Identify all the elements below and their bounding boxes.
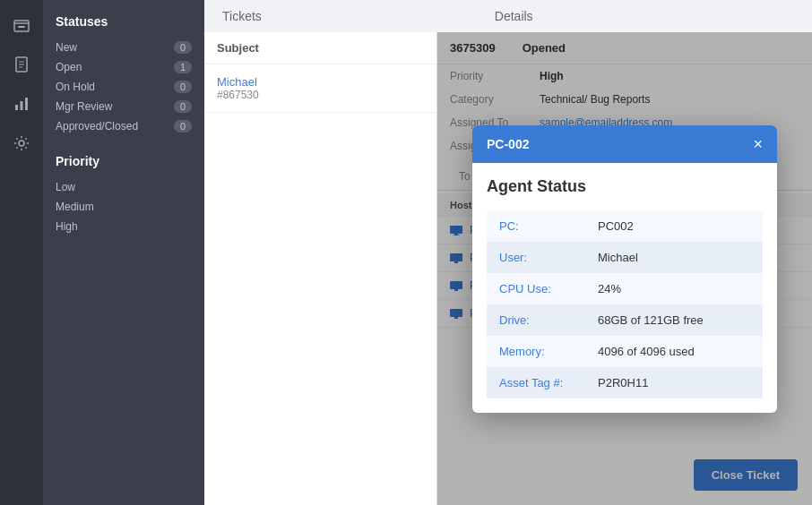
top-bar: Tickets Details bbox=[204, 0, 812, 32]
status-mgr-review-badge: 0 bbox=[174, 100, 192, 113]
agent-row-user: User: Michael bbox=[487, 242, 763, 273]
ticket-item[interactable]: Michael #867530 bbox=[204, 64, 436, 113]
status-new-label: New bbox=[56, 41, 77, 54]
priority-high-label: High bbox=[56, 220, 78, 233]
modal-title-id: PC-002 bbox=[487, 137, 529, 151]
status-mgr-review-label: Mgr Review bbox=[56, 100, 112, 113]
status-open-label: Open bbox=[56, 61, 82, 73]
priority-section: Priority Low Medium High bbox=[56, 154, 192, 236]
status-on-hold[interactable]: On Hold 0 bbox=[56, 77, 192, 97]
inbox-icon[interactable] bbox=[5, 9, 38, 41]
agent-row-memory: Memory: 4096 of 4096 used bbox=[487, 336, 763, 367]
agent-user-label: User: bbox=[487, 242, 585, 273]
agent-pc-label: PC: bbox=[487, 210, 585, 242]
details-panel: 3675309 Opened Priority High Category Te… bbox=[437, 32, 812, 505]
status-open[interactable]: Open 1 bbox=[56, 57, 192, 77]
svg-point-6 bbox=[19, 141, 24, 146]
agent-user-value: Michael bbox=[585, 242, 763, 273]
tickets-label: Tickets bbox=[222, 9, 262, 23]
chart-icon[interactable] bbox=[5, 88, 38, 120]
statuses-list: New 0 Open 1 On Hold 0 Mgr Review 0 Appr… bbox=[56, 38, 192, 136]
agent-cpu-value: 24% bbox=[585, 273, 763, 304]
modal-overlay: PC-002 × Agent Status PC: PC002 bbox=[437, 32, 812, 505]
main-content: Tickets Details Subject Michael #867530 … bbox=[204, 0, 812, 505]
agent-table: PC: PC002 User: Michael CPU Use: 24% bbox=[487, 210, 763, 398]
status-new[interactable]: New 0 bbox=[56, 38, 192, 57]
modal-header: PC-002 × bbox=[472, 125, 777, 163]
statuses-title: Statuses bbox=[56, 14, 192, 29]
agent-memory-label: Memory: bbox=[487, 336, 585, 367]
priority-title: Priority bbox=[56, 154, 192, 168]
tickets-header: Subject bbox=[204, 32, 436, 64]
priority-low[interactable]: Low bbox=[56, 177, 192, 197]
agent-drive-value: 68GB of 121GB free bbox=[585, 304, 763, 336]
priority-low-label: Low bbox=[56, 181, 75, 193]
agent-cpu-label: CPU Use: bbox=[487, 273, 585, 304]
tickets-panel: Subject Michael #867530 bbox=[204, 32, 437, 505]
svg-rect-1 bbox=[18, 26, 25, 28]
modal-close-button[interactable]: × bbox=[753, 136, 763, 152]
left-panel: Statuses New 0 Open 1 On Hold 0 Mgr Revi… bbox=[43, 0, 204, 505]
status-approved-closed[interactable]: Approved/Closed 0 bbox=[56, 116, 192, 136]
document-icon[interactable] bbox=[5, 48, 38, 81]
status-approved-closed-label: Approved/Closed bbox=[56, 120, 138, 133]
agent-row-asset-tag: Asset Tag #: P2R0H11 bbox=[487, 367, 763, 398]
modal-body: Agent Status PC: PC002 User: Michael bbox=[472, 163, 777, 413]
agent-pc-value: PC002 bbox=[585, 210, 763, 242]
agent-row-cpu: CPU Use: 24% bbox=[487, 273, 763, 304]
ticket-from: Michael bbox=[217, 75, 424, 89]
content-area: Subject Michael #867530 3675309 Opened P… bbox=[204, 32, 812, 505]
settings-icon[interactable] bbox=[5, 127, 38, 159]
status-on-hold-label: On Hold bbox=[56, 81, 95, 93]
sidebar bbox=[0, 0, 43, 505]
status-approved-closed-badge: 0 bbox=[174, 120, 192, 133]
status-new-badge: 0 bbox=[174, 41, 192, 54]
agent-status-modal: PC-002 × Agent Status PC: PC002 bbox=[472, 125, 777, 413]
agent-memory-value: 4096 of 4096 used bbox=[585, 336, 763, 367]
agent-asset-tag-value: P2R0H11 bbox=[585, 367, 763, 398]
status-open-badge: 1 bbox=[174, 61, 192, 73]
agent-asset-tag-label: Asset Tag #: bbox=[487, 367, 585, 398]
status-on-hold-badge: 0 bbox=[174, 81, 192, 93]
status-mgr-review[interactable]: Mgr Review 0 bbox=[56, 97, 192, 116]
ticket-id: #867530 bbox=[217, 89, 424, 101]
agent-row-drive: Drive: 68GB of 121GB free bbox=[487, 304, 763, 336]
svg-rect-3 bbox=[15, 105, 18, 110]
subject-label: Subject bbox=[217, 41, 259, 55]
priority-medium[interactable]: Medium bbox=[56, 197, 192, 217]
svg-rect-5 bbox=[25, 98, 28, 110]
details-label: Details bbox=[495, 9, 533, 23]
agent-drive-label: Drive: bbox=[487, 304, 585, 336]
priority-medium-label: Medium bbox=[56, 201, 94, 213]
priority-high[interactable]: High bbox=[56, 217, 192, 236]
svg-rect-4 bbox=[21, 101, 23, 110]
modal-agent-status-title: Agent Status bbox=[487, 177, 763, 196]
agent-row-pc: PC: PC002 bbox=[487, 210, 763, 242]
